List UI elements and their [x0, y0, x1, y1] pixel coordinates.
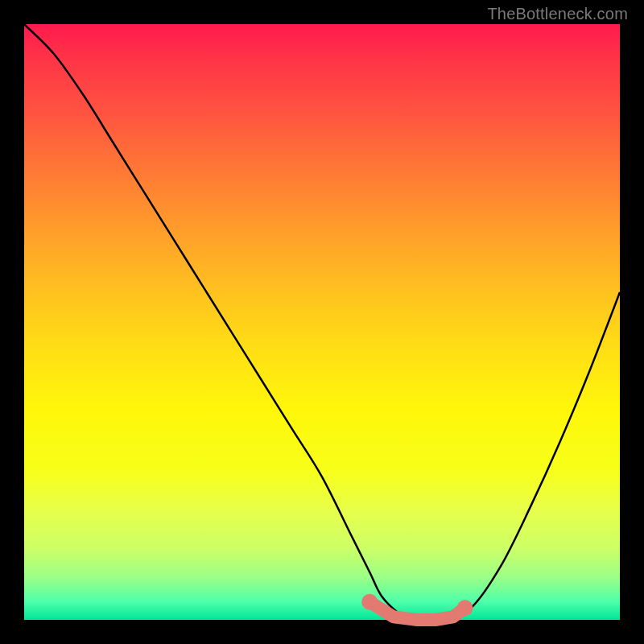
marker-stroke [369, 602, 464, 620]
bottleneck-curve-line [24, 24, 620, 621]
watermark-text: TheBottleneck.com [487, 5, 628, 23]
plot-area [24, 24, 620, 620]
marker-group [361, 594, 473, 620]
chart-svg [24, 24, 620, 620]
marker-dot [457, 600, 473, 616]
marker-dot [361, 594, 378, 610]
chart-container: TheBottleneck.com [0, 0, 644, 644]
